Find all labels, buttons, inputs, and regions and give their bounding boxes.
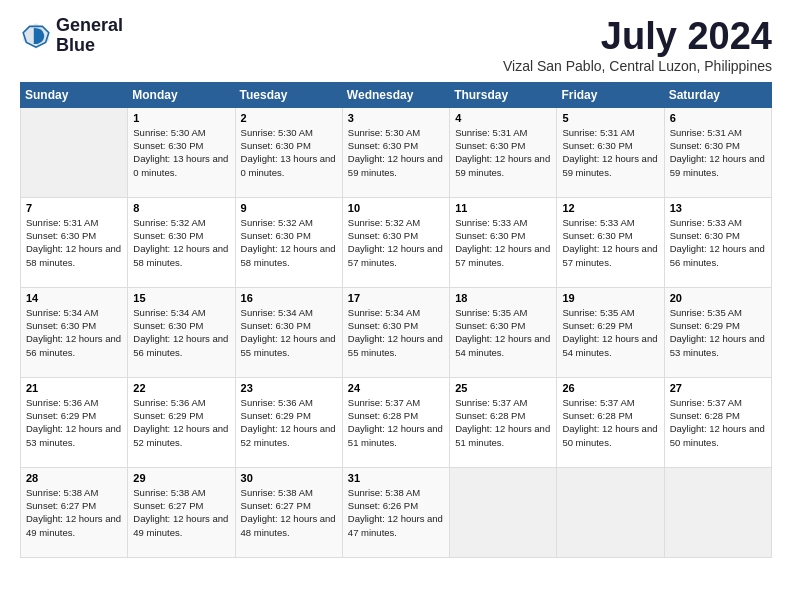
calendar-day-cell: 28Sunrise: 5:38 AMSunset: 6:27 PMDayligh… (21, 467, 128, 557)
day-info: Sunrise: 5:31 AMSunset: 6:30 PMDaylight:… (562, 126, 658, 179)
day-info: Sunrise: 5:34 AMSunset: 6:30 PMDaylight:… (241, 306, 337, 359)
col-thursday: Thursday (450, 82, 557, 107)
day-info: Sunrise: 5:30 AMSunset: 6:30 PMDaylight:… (241, 126, 337, 179)
day-number: 7 (26, 202, 122, 214)
calendar-day-cell: 30Sunrise: 5:38 AMSunset: 6:27 PMDayligh… (235, 467, 342, 557)
calendar-day-cell: 4Sunrise: 5:31 AMSunset: 6:30 PMDaylight… (450, 107, 557, 197)
logo: General Blue (20, 16, 123, 56)
calendar-day-cell: 13Sunrise: 5:33 AMSunset: 6:30 PMDayligh… (664, 197, 771, 287)
day-number: 24 (348, 382, 444, 394)
day-number: 14 (26, 292, 122, 304)
calendar-day-cell: 21Sunrise: 5:36 AMSunset: 6:29 PMDayligh… (21, 377, 128, 467)
calendar-day-cell: 6Sunrise: 5:31 AMSunset: 6:30 PMDaylight… (664, 107, 771, 197)
day-info: Sunrise: 5:32 AMSunset: 6:30 PMDaylight:… (133, 216, 229, 269)
day-number: 26 (562, 382, 658, 394)
day-number: 18 (455, 292, 551, 304)
day-info: Sunrise: 5:31 AMSunset: 6:30 PMDaylight:… (670, 126, 766, 179)
calendar-week-row: 14Sunrise: 5:34 AMSunset: 6:30 PMDayligh… (21, 287, 772, 377)
day-number: 20 (670, 292, 766, 304)
calendar-day-cell: 5Sunrise: 5:31 AMSunset: 6:30 PMDaylight… (557, 107, 664, 197)
day-number: 9 (241, 202, 337, 214)
day-info: Sunrise: 5:30 AMSunset: 6:30 PMDaylight:… (133, 126, 229, 179)
day-info: Sunrise: 5:34 AMSunset: 6:30 PMDaylight:… (133, 306, 229, 359)
calendar-day-cell: 18Sunrise: 5:35 AMSunset: 6:30 PMDayligh… (450, 287, 557, 377)
location-title: Vizal San Pablo, Central Luzon, Philippi… (503, 58, 772, 74)
month-title: July 2024 (503, 16, 772, 58)
calendar-day-cell: 16Sunrise: 5:34 AMSunset: 6:30 PMDayligh… (235, 287, 342, 377)
calendar-day-cell: 26Sunrise: 5:37 AMSunset: 6:28 PMDayligh… (557, 377, 664, 467)
day-number: 10 (348, 202, 444, 214)
calendar-week-row: 1Sunrise: 5:30 AMSunset: 6:30 PMDaylight… (21, 107, 772, 197)
day-number: 13 (670, 202, 766, 214)
day-number: 5 (562, 112, 658, 124)
day-number: 6 (670, 112, 766, 124)
calendar-day-cell: 8Sunrise: 5:32 AMSunset: 6:30 PMDaylight… (128, 197, 235, 287)
calendar-week-row: 7Sunrise: 5:31 AMSunset: 6:30 PMDaylight… (21, 197, 772, 287)
col-monday: Monday (128, 82, 235, 107)
calendar-day-cell: 24Sunrise: 5:37 AMSunset: 6:28 PMDayligh… (342, 377, 449, 467)
calendar-day-cell: 1Sunrise: 5:30 AMSunset: 6:30 PMDaylight… (128, 107, 235, 197)
calendar-day-cell: 11Sunrise: 5:33 AMSunset: 6:30 PMDayligh… (450, 197, 557, 287)
day-info: Sunrise: 5:35 AMSunset: 6:29 PMDaylight:… (562, 306, 658, 359)
calendar-day-cell: 31Sunrise: 5:38 AMSunset: 6:26 PMDayligh… (342, 467, 449, 557)
title-block: July 2024 Vizal San Pablo, Central Luzon… (503, 16, 772, 74)
logo-icon (20, 20, 52, 52)
calendar-day-cell (450, 467, 557, 557)
day-number: 28 (26, 472, 122, 484)
day-info: Sunrise: 5:32 AMSunset: 6:30 PMDaylight:… (241, 216, 337, 269)
calendar-day-cell: 23Sunrise: 5:36 AMSunset: 6:29 PMDayligh… (235, 377, 342, 467)
day-number: 8 (133, 202, 229, 214)
day-info: Sunrise: 5:33 AMSunset: 6:30 PMDaylight:… (670, 216, 766, 269)
calendar-table: Sunday Monday Tuesday Wednesday Thursday… (20, 82, 772, 558)
day-number: 30 (241, 472, 337, 484)
calendar-day-cell: 2Sunrise: 5:30 AMSunset: 6:30 PMDaylight… (235, 107, 342, 197)
day-info: Sunrise: 5:34 AMSunset: 6:30 PMDaylight:… (348, 306, 444, 359)
day-info: Sunrise: 5:34 AMSunset: 6:30 PMDaylight:… (26, 306, 122, 359)
day-info: Sunrise: 5:36 AMSunset: 6:29 PMDaylight:… (26, 396, 122, 449)
day-info: Sunrise: 5:35 AMSunset: 6:30 PMDaylight:… (455, 306, 551, 359)
day-info: Sunrise: 5:32 AMSunset: 6:30 PMDaylight:… (348, 216, 444, 269)
calendar-day-cell: 27Sunrise: 5:37 AMSunset: 6:28 PMDayligh… (664, 377, 771, 467)
calendar-day-cell: 29Sunrise: 5:38 AMSunset: 6:27 PMDayligh… (128, 467, 235, 557)
page-header: General Blue July 2024 Vizal San Pablo, … (20, 16, 772, 74)
col-saturday: Saturday (664, 82, 771, 107)
day-number: 11 (455, 202, 551, 214)
day-info: Sunrise: 5:33 AMSunset: 6:30 PMDaylight:… (562, 216, 658, 269)
calendar-week-row: 28Sunrise: 5:38 AMSunset: 6:27 PMDayligh… (21, 467, 772, 557)
day-number: 16 (241, 292, 337, 304)
day-number: 4 (455, 112, 551, 124)
day-number: 23 (241, 382, 337, 394)
day-info: Sunrise: 5:37 AMSunset: 6:28 PMDaylight:… (348, 396, 444, 449)
day-info: Sunrise: 5:38 AMSunset: 6:26 PMDaylight:… (348, 486, 444, 539)
day-info: Sunrise: 5:37 AMSunset: 6:28 PMDaylight:… (670, 396, 766, 449)
calendar-day-cell: 3Sunrise: 5:30 AMSunset: 6:30 PMDaylight… (342, 107, 449, 197)
calendar-day-cell: 14Sunrise: 5:34 AMSunset: 6:30 PMDayligh… (21, 287, 128, 377)
col-wednesday: Wednesday (342, 82, 449, 107)
day-info: Sunrise: 5:38 AMSunset: 6:27 PMDaylight:… (26, 486, 122, 539)
day-info: Sunrise: 5:36 AMSunset: 6:29 PMDaylight:… (241, 396, 337, 449)
day-info: Sunrise: 5:37 AMSunset: 6:28 PMDaylight:… (562, 396, 658, 449)
calendar-day-cell: 9Sunrise: 5:32 AMSunset: 6:30 PMDaylight… (235, 197, 342, 287)
calendar-day-cell: 10Sunrise: 5:32 AMSunset: 6:30 PMDayligh… (342, 197, 449, 287)
day-info: Sunrise: 5:38 AMSunset: 6:27 PMDaylight:… (133, 486, 229, 539)
calendar-day-cell: 7Sunrise: 5:31 AMSunset: 6:30 PMDaylight… (21, 197, 128, 287)
day-number: 1 (133, 112, 229, 124)
logo-text: General Blue (56, 16, 123, 56)
col-sunday: Sunday (21, 82, 128, 107)
day-number: 25 (455, 382, 551, 394)
day-number: 17 (348, 292, 444, 304)
calendar-header-row: Sunday Monday Tuesday Wednesday Thursday… (21, 82, 772, 107)
calendar-day-cell (664, 467, 771, 557)
day-info: Sunrise: 5:37 AMSunset: 6:28 PMDaylight:… (455, 396, 551, 449)
day-info: Sunrise: 5:31 AMSunset: 6:30 PMDaylight:… (455, 126, 551, 179)
calendar-day-cell: 15Sunrise: 5:34 AMSunset: 6:30 PMDayligh… (128, 287, 235, 377)
col-tuesday: Tuesday (235, 82, 342, 107)
calendar-day-cell: 20Sunrise: 5:35 AMSunset: 6:29 PMDayligh… (664, 287, 771, 377)
day-number: 15 (133, 292, 229, 304)
day-info: Sunrise: 5:38 AMSunset: 6:27 PMDaylight:… (241, 486, 337, 539)
day-number: 3 (348, 112, 444, 124)
calendar-day-cell: 25Sunrise: 5:37 AMSunset: 6:28 PMDayligh… (450, 377, 557, 467)
col-friday: Friday (557, 82, 664, 107)
day-number: 19 (562, 292, 658, 304)
day-info: Sunrise: 5:30 AMSunset: 6:30 PMDaylight:… (348, 126, 444, 179)
